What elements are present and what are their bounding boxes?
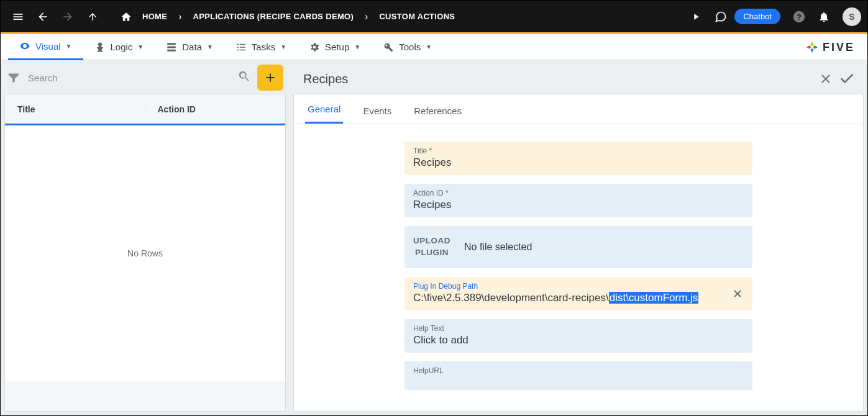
brand-logo: FIVE [805,34,855,60]
tab-setup[interactable]: Setup ▼ [298,34,372,60]
tab-tasks-label: Tasks [252,42,275,52]
actionid-value: Recipes [413,199,744,211]
back-icon[interactable] [32,6,54,28]
search-icon[interactable] [237,70,251,86]
add-button[interactable] [257,65,283,91]
upload-plugin-text: No file selected [464,242,532,253]
left-panel: Title Action ID No Rows [1,60,290,415]
dropdown-icon: ▼ [426,43,432,50]
actionid-field[interactable]: Action ID * Recipes [404,184,752,217]
tab-data-label: Data [182,42,202,52]
clear-icon[interactable] [730,286,745,301]
dropdown-icon: ▼ [137,43,144,50]
dropdown-icon: ▼ [354,43,360,50]
search-input[interactable] [28,73,230,83]
table-footer [5,381,285,411]
page-title: Recipes [299,72,815,86]
close-button[interactable] [815,68,836,89]
dropdown-icon: ▼ [280,43,286,50]
up-icon[interactable] [81,6,104,28]
dropdown-icon: ▼ [66,43,72,50]
title-value: Recipes [413,156,744,169]
main-tabstrip: Visual ▼ Logic ▼ Data ▼ Tasks ▼ Setup ▼ … [1,34,867,60]
debug-path-field[interactable]: Plug In Debug Path C:\five\2.5.389\devel… [404,277,752,310]
tab-data[interactable]: Data ▼ [155,34,224,60]
menu-icon[interactable] [7,6,29,28]
crumb-custom-actions[interactable]: CUSTOM ACTIONS [377,12,457,21]
debug-path-label: Plug In Debug Path [413,282,744,291]
helpurl-label: HelpURL [413,366,744,375]
tab-logic[interactable]: Logic ▼ [83,34,155,60]
confirm-button[interactable] [836,68,857,89]
tab-setup-label: Setup [325,42,349,52]
tab-logic-label: Logic [111,42,133,52]
subtab-events[interactable]: Events [360,106,394,124]
topbar: HOME › APPLICATIONS (RECIPE CARDS DEMO) … [1,1,867,34]
table-empty-text: No Rows [5,125,285,381]
title-field[interactable]: Title * Recipes [404,142,752,175]
debug-path-selection: dist\customForm.js [609,292,699,304]
forward-icon [57,6,79,28]
filter-icon[interactable] [7,71,21,84]
helptext-value: Click to add [413,334,744,346]
brand-text: FIVE [823,41,855,54]
upload-plugin-field[interactable]: UPLOAD PLUGIN No file selected [404,226,752,268]
help-icon[interactable]: ? [788,6,810,28]
chatbot-button[interactable]: Chatbot [734,9,780,24]
tab-tasks[interactable]: Tasks ▼ [224,34,298,60]
home-icon[interactable] [115,6,137,28]
dropdown-icon: ▼ [207,43,213,50]
col-action-id[interactable]: Action ID [145,104,286,114]
crumb-applications[interactable]: APPLICATIONS (RECIPE CARDS DEMO) [191,12,357,21]
debug-path-value: C:\five\2.5.389\development\card-recipes… [413,292,744,304]
tab-visual-label: Visual [35,41,61,52]
list-table: Title Action ID No Rows [4,94,286,412]
svg-text:?: ? [797,12,802,21]
right-panel: Recipes General Events References Title … [290,60,867,415]
title-label: Title * [413,147,744,155]
play-icon[interactable] [685,6,707,28]
five-logo-icon [805,40,819,54]
bell-icon[interactable] [813,6,835,28]
upload-plugin-label: UPLOAD PLUGIN [413,235,450,259]
tab-tools[interactable]: Tools ▼ [372,34,443,60]
subtab-general[interactable]: General [305,104,343,124]
tab-tools-label: Tools [399,42,421,52]
helptext-field[interactable]: Help Text Click to add [404,319,752,353]
actionid-label: Action ID * [413,189,744,197]
helpurl-field[interactable]: HelpURL [404,361,752,390]
chevron-right-icon: › [172,11,188,22]
subtab-references[interactable]: References [411,106,464,124]
helptext-label: Help Text [413,324,744,333]
chevron-right-icon: › [359,11,374,22]
crumb-home[interactable]: HOME [140,12,170,21]
tab-visual[interactable]: Visual ▼ [8,34,83,60]
chat-icon[interactable] [710,6,732,28]
col-title[interactable]: Title [5,104,145,114]
avatar[interactable]: S [843,7,861,26]
